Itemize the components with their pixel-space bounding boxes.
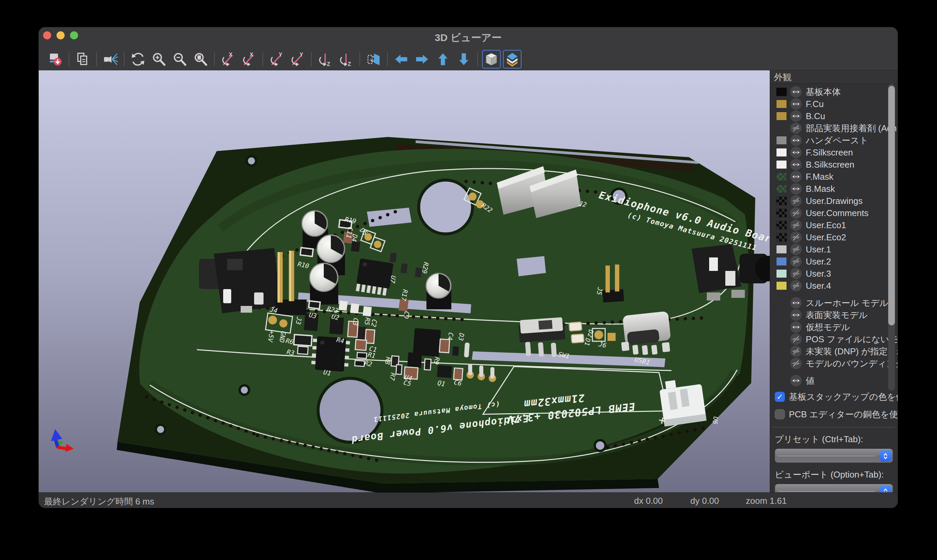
eye-hidden-icon[interactable] — [790, 256, 802, 267]
refresh-view-button[interactable] — [129, 50, 148, 69]
zoom-to-fit-button[interactable] — [191, 50, 210, 69]
component-label-c2: C2 — [370, 319, 378, 328]
pan-up-button[interactable] — [434, 50, 452, 69]
rotate-x-cw-icon: X — [220, 51, 236, 67]
layer-row-b.cu: B.Cu — [770, 110, 898, 122]
rotate-z-cw-button[interactable]: Z — [316, 50, 335, 69]
checkbox-pcb-copper-colors-label: PCB エディターの銅色を使用 — [789, 409, 898, 420]
component-label-r3: R3 — [286, 348, 295, 357]
layer-color-swatch[interactable] — [776, 233, 787, 242]
eye-visible-icon[interactable] — [790, 171, 802, 182]
status-bar: 最終レンダリング時間 6 ms dx 0.00 dy 0.00 zoom 1.6… — [39, 492, 898, 508]
eye-visible-icon[interactable] — [790, 135, 802, 146]
component-label-c5: C5 — [403, 378, 412, 387]
eye-hidden-icon[interactable] — [790, 280, 802, 291]
eye-visible-icon[interactable] — [790, 98, 802, 110]
eye-hidden-icon[interactable] — [790, 244, 802, 255]
checkbox-row-pcb-copper-colors[interactable]: PCB エディターの銅色を使用 — [770, 407, 898, 422]
layer-label: 部品実装用接着剤 (Adh — [806, 123, 897, 134]
eye-hidden-icon[interactable] — [790, 358, 802, 369]
toolbar-separator — [311, 52, 312, 66]
eye-visible-icon[interactable] — [790, 322, 802, 333]
component-label-r2: R2 — [364, 359, 373, 368]
layer-color-swatch[interactable] — [776, 209, 787, 217]
layer-color-swatch[interactable] — [776, 257, 787, 266]
component-label-j5: J5 — [595, 286, 604, 295]
layer-color-swatch[interactable] — [776, 197, 787, 205]
layer-label: スルーホール モデル — [806, 297, 889, 309]
layer-color-swatch[interactable] — [776, 88, 787, 96]
pan-left-icon — [394, 51, 409, 67]
eye-visible-icon[interactable] — [790, 375, 802, 386]
raytrace-render-button[interactable] — [101, 50, 120, 69]
layer-color-swatch[interactable] — [776, 112, 787, 120]
svg-text:Y: Y — [278, 51, 282, 57]
eye-hidden-icon[interactable] — [790, 334, 802, 345]
eye-hidden-icon[interactable] — [790, 207, 802, 219]
layer-label: User.1 — [806, 244, 831, 255]
rotate-z-ccw-button[interactable]: Z — [337, 50, 355, 69]
flip-board-button[interactable] — [364, 50, 383, 69]
toggle-appearance-panel-button[interactable] — [503, 50, 522, 69]
layer-color-swatch[interactable] — [776, 100, 787, 108]
preset-stepper-icon[interactable] — [880, 450, 891, 462]
eye-hidden-icon[interactable] — [790, 346, 802, 357]
layer-color-swatch[interactable] — [776, 148, 787, 157]
layer-color-swatch[interactable] — [776, 221, 787, 229]
layer-row--adh: 部品実装用接着剤 (Adh — [770, 122, 898, 134]
layer-color-swatch[interactable] — [776, 160, 787, 169]
layer-color-swatch[interactable] — [776, 269, 787, 278]
pan-right-button[interactable] — [412, 50, 431, 69]
layer-color-swatch[interactable] — [776, 185, 787, 193]
toggle-orthographic-button[interactable] — [482, 50, 501, 69]
zoom-in-button[interactable] — [149, 50, 168, 69]
toolbar: X X Y Y Z Z — [39, 48, 898, 70]
rotate-x-ccw-button[interactable]: X — [240, 50, 258, 69]
3d-viewport[interactable]: R19C11D4D5R10R23U7R29R17C9J4R22J2J5+5VGN… — [39, 70, 770, 492]
3d-viewer-window: 3D ビューアー X X Y Y Z Z — [38, 27, 898, 508]
eye-hidden-icon[interactable] — [790, 195, 802, 207]
rotate-y-cw-button[interactable]: Y — [267, 50, 286, 69]
copy-image-button[interactable] — [73, 50, 92, 69]
zoom-out-button[interactable] — [170, 50, 189, 69]
eye-visible-icon[interactable] — [790, 183, 802, 194]
layer-label: User.3 — [806, 269, 831, 279]
eye-hidden-icon[interactable] — [790, 123, 802, 134]
preset-dropdown[interactable] — [775, 449, 893, 463]
eye-visible-icon[interactable] — [790, 86, 802, 98]
toolbar-separator — [477, 52, 478, 66]
layer-color-swatch[interactable] — [776, 136, 787, 145]
layer-color-swatch[interactable] — [776, 282, 787, 290]
eye-visible-icon[interactable] — [790, 159, 802, 170]
export-board-button[interactable] — [46, 50, 65, 69]
pan-left-button[interactable] — [392, 50, 411, 69]
zoom-status: zoom 1.61 — [746, 496, 786, 506]
layer-label: B.Cu — [806, 111, 825, 122]
checkbox-pcb-copper-colors[interactable] — [775, 409, 785, 419]
layer-list-scrollbar-thumb[interactable] — [888, 86, 895, 325]
eye-visible-icon[interactable] — [790, 147, 802, 158]
desktop-background: 3D ビューアー X X Y Y Z Z — [0, 0, 937, 560]
eye-hidden-icon[interactable] — [790, 232, 802, 243]
eye-hidden-icon[interactable] — [790, 219, 802, 231]
checkbox-row-stackup-colors[interactable]: ✓ 基板スタックアップの色を使用 — [770, 389, 898, 404]
eye-hidden-icon[interactable] — [790, 268, 802, 279]
layer-label: F.Silkscreen — [806, 148, 853, 158]
rotate-z-ccw-icon: Z — [338, 51, 354, 67]
pcb-3d-scene: R19C11D4D5R10R23U7R29R17C9J4R22J2J5+5VGN… — [39, 70, 770, 492]
layer-color-swatch[interactable] — [776, 245, 787, 254]
export-board-icon — [48, 51, 63, 67]
rotate-y-ccw-button[interactable]: Y — [288, 50, 307, 69]
checkbox-stackup-colors[interactable]: ✓ — [775, 392, 785, 402]
eye-visible-icon[interactable] — [790, 309, 802, 321]
rotate-x-cw-button[interactable]: X — [219, 50, 238, 69]
toolbar-separator — [263, 52, 263, 66]
eye-visible-icon[interactable] — [790, 297, 802, 309]
pan-down-button[interactable] — [454, 50, 473, 69]
toggle-orthographic-icon — [484, 51, 499, 67]
component-label-d3: D3 — [457, 332, 466, 341]
eye-visible-icon[interactable] — [790, 111, 802, 122]
flip-board-icon — [366, 51, 382, 67]
layer-color-swatch[interactable] — [776, 172, 787, 181]
layer-row-user.comments: User.Comments — [770, 207, 898, 219]
